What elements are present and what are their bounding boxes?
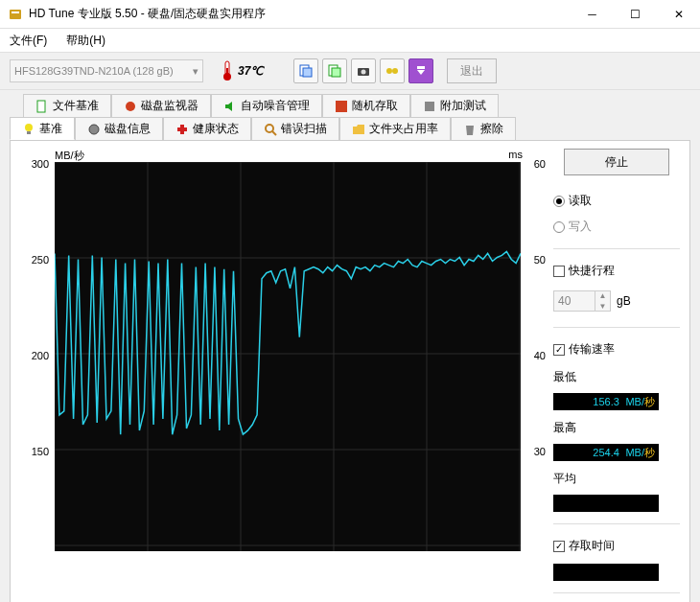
copy-screenshot-button[interactable] (322, 58, 347, 83)
disk-icon (87, 123, 101, 136)
svg-rect-16 (336, 101, 347, 112)
file-icon (35, 100, 49, 113)
svg-rect-17 (425, 102, 434, 111)
spinner-up-icon[interactable]: ▲ (595, 290, 610, 301)
svg-rect-0 (10, 10, 21, 19)
search-icon (264, 123, 277, 136)
close-button[interactable]: ✕ (657, 0, 700, 29)
toolbar: HFS128G39TND-N210A (128 gB) ▾ 37℃ 退出 (0, 52, 700, 90)
y-right-unit: ms (508, 149, 523, 160)
main-area: 文件基准 磁盘监视器 自动噪音管理 随机存取 附加测试 基准 磁盘信息 健康状态… (0, 90, 700, 602)
folder-icon (352, 123, 365, 136)
tab-erase[interactable]: 擦除 (451, 117, 516, 140)
window-title: HD Tune 专业版 5.50 - 硬盘/固态硬盘实用程序 (29, 6, 571, 22)
stop-button[interactable]: 停止 (564, 149, 669, 175)
stroke-spinner[interactable]: 40▲▼ (553, 290, 611, 312)
access-time-value (553, 564, 659, 581)
stroke-unit: gB (617, 294, 631, 308)
svg-point-20 (89, 125, 99, 134)
speaker-icon (223, 100, 237, 113)
min-value: 156.3 MB/秒 (553, 393, 659, 410)
health-icon (175, 123, 189, 136)
avg-label: 平均 (553, 471, 680, 487)
minimize-tray-button[interactable] (408, 58, 433, 83)
menu-bar: 文件(F) 帮助(H) (0, 29, 700, 52)
bulb-icon (22, 122, 35, 135)
tab-folder-usage[interactable]: 文件夹占用率 (339, 117, 451, 140)
maximize-button[interactable]: ☐ (614, 0, 657, 29)
avg-value (553, 495, 659, 512)
monitor-icon (124, 100, 137, 113)
tab-extra-tests[interactable]: 附加测试 (410, 94, 499, 117)
svg-point-15 (126, 102, 135, 111)
svg-rect-1 (12, 12, 19, 13)
write-radio: 写入 (553, 219, 680, 235)
max-label: 最高 (553, 420, 680, 436)
svg-rect-14 (37, 101, 45, 112)
random-icon (335, 100, 348, 113)
svg-point-18 (25, 124, 33, 131)
menu-help[interactable]: 帮助(H) (60, 31, 111, 51)
app-icon (8, 7, 23, 22)
options-button[interactable] (380, 58, 405, 83)
transfer-rate-check[interactable]: 传输速率 (553, 341, 680, 358)
svg-point-12 (392, 68, 398, 74)
tab-random-access[interactable]: 随机存取 (322, 94, 410, 117)
y-left-unit: MB/秒 (55, 149, 84, 163)
tab-row-2: 基准 磁盘信息 健康状态 错误扫描 文件夹占用率 擦除 (10, 117, 690, 140)
svg-line-24 (272, 131, 276, 135)
transfer-rate-line (55, 251, 521, 434)
drive-select[interactable]: HFS128G39TND-N210A (128 gB) ▾ (10, 59, 203, 82)
min-label: 最低 (553, 369, 680, 385)
tab-health[interactable]: 健康状态 (163, 117, 251, 140)
temperature-display: 37℃ (221, 60, 263, 81)
chevron-down-icon: ▾ (193, 65, 198, 78)
read-radio[interactable]: 读取 (553, 193, 680, 209)
svg-rect-8 (332, 68, 340, 77)
drive-select-value: HFS128G39TND-N210A (128 gB) (14, 65, 174, 77)
exit-button[interactable]: 退出 (447, 58, 497, 83)
save-screenshot-button[interactable] (351, 58, 376, 83)
spinner-down-icon[interactable]: ▼ (595, 301, 610, 312)
benchmark-chart: MB/秒 ms 300 250 200 150 60 50 40 30 (20, 149, 546, 602)
svg-point-23 (266, 125, 273, 132)
y-left-axis: 300 250 200 150 (20, 149, 55, 551)
tab-disk-monitor[interactable]: 磁盘监视器 (111, 94, 211, 117)
svg-rect-4 (226, 68, 228, 76)
tab-error-scan[interactable]: 错误扫描 (251, 117, 339, 140)
temperature-value: 37℃ (238, 64, 263, 78)
tab-disk-info[interactable]: 磁盘信息 (75, 117, 163, 140)
svg-point-11 (386, 68, 392, 74)
menu-file[interactable]: 文件(F) (4, 31, 53, 51)
max-value: 254.4 MB/秒 (553, 444, 659, 461)
tab-file-benchmark[interactable]: 文件基准 (23, 94, 111, 117)
tab-content: MB/秒 ms 300 250 200 150 60 50 40 30 (10, 140, 690, 602)
svg-rect-19 (27, 131, 31, 134)
copy-info-button[interactable] (293, 58, 318, 83)
tab-row-1: 文件基准 磁盘监视器 自动噪音管理 随机存取 附加测试 (10, 94, 690, 117)
tab-aam[interactable]: 自动噪音管理 (211, 94, 322, 117)
svg-rect-13 (417, 66, 425, 69)
tab-benchmark[interactable]: 基准 (10, 117, 75, 140)
svg-rect-6 (303, 68, 312, 77)
thermometer-icon (221, 60, 234, 81)
y-right-axis: 60 50 40 30 (523, 149, 546, 551)
svg-rect-22 (177, 127, 187, 131)
access-time-check[interactable]: 存取时间 (553, 538, 680, 554)
title-bar: HD Tune 专业版 5.50 - 硬盘/固态硬盘实用程序 ─ ☐ ✕ (0, 0, 700, 29)
chart-plot (55, 162, 521, 551)
side-panel: 停止 读取 写入 快捷行程 40▲▼ gB 传输速率 最低 156.3 MB/秒… (553, 149, 680, 602)
minimize-button[interactable]: ─ (571, 0, 614, 29)
attach-icon (423, 100, 436, 113)
trash-icon (463, 123, 477, 136)
short-stroke-check[interactable]: 快捷行程 (553, 263, 680, 279)
svg-point-10 (362, 70, 366, 75)
